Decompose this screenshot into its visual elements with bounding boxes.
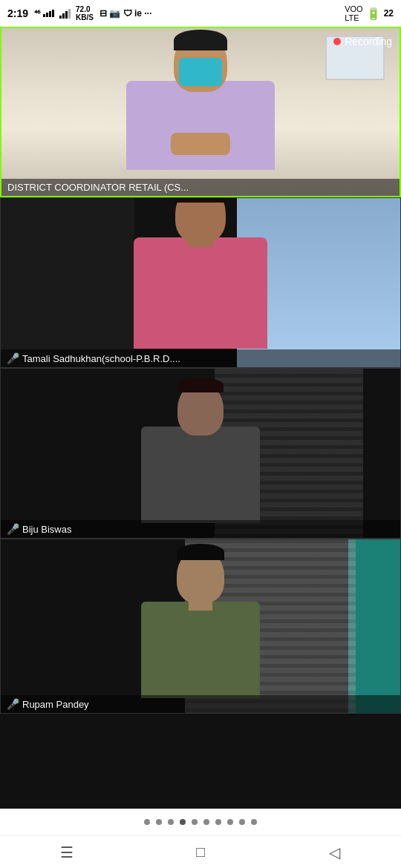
participant-label-4: Rupam Pandey [22, 699, 89, 710]
participant-name-1: DISTRICT COORDINATOR RETAIL (CS... [1, 179, 400, 196]
network-type: VOOLTE [345, 4, 362, 22]
dot-4[interactable] [180, 819, 186, 825]
video-tile-4[interactable]: 🎤 Rupam Pandey [0, 539, 401, 714]
hair-2 [175, 197, 226, 203]
home-button[interactable]: □ [186, 844, 215, 861]
recording-dot [333, 38, 341, 45]
body-2 [134, 237, 267, 349]
menu-button[interactable]: ☰ [52, 844, 82, 861]
dot-1[interactable] [144, 819, 150, 825]
body-4 [141, 602, 260, 698]
participant-label-3: Biju Biswas [22, 524, 71, 535]
hands-1 [171, 133, 230, 155]
mic-muted-icon-4: 🎤 [7, 698, 19, 710]
participant-name-2: 🎤 Tamali Sadhukhan(school-P.B.R.D.... [1, 349, 400, 367]
hair-3 [177, 378, 224, 392]
dot-9[interactable] [239, 819, 245, 825]
dot-6[interactable] [203, 819, 209, 825]
signal-bars [43, 10, 54, 17]
page-dots [0, 809, 401, 835]
participant-name-3: 🎤 Biju Biswas [1, 520, 400, 538]
bg-teal-4 [348, 539, 400, 713]
nav-bar: ☰ □ ◁ [0, 835, 401, 868]
video-container: Recording DISTRICT COORDINATOR RETAIL (C… [0, 27, 401, 809]
notification-icons: ⁴⁶ [34, 9, 40, 19]
dot-3[interactable] [168, 819, 174, 825]
mask-1 [179, 58, 222, 86]
dot-2[interactable] [156, 819, 162, 825]
body-3 [141, 427, 260, 523]
wifi-bars [59, 9, 71, 19]
video-tile-2[interactable]: 🎤 Tamali Sadhukhan(school-P.B.R.D.... [0, 197, 401, 368]
mic-muted-icon-3: 🎤 [7, 523, 19, 535]
dot-10[interactable] [251, 819, 257, 825]
dot-5[interactable] [192, 819, 198, 825]
dot-7[interactable] [215, 819, 221, 825]
bg-dark-2 [1, 198, 134, 367]
status-right: VOOLTE 🔋 22 [345, 4, 394, 22]
hair-1 [174, 30, 227, 50]
mic-muted-icon-2: 🎤 [7, 352, 19, 364]
recording-label: Recording [345, 36, 392, 47]
hair-4 [177, 544, 224, 560]
data-speed: 72.0 KB/S [76, 5, 94, 22]
status-bar: 2:19 ⁴⁶ 72.0 KB/S ⊟ 📷 🛡 ie ··· VOOLTE 🔋 … [0, 0, 401, 27]
time-display: 2:19 [7, 7, 28, 19]
battery-icon: 🔋 [366, 7, 381, 21]
participant-label-2: Tamali Sadhukhan(school-P.B.R.D.... [22, 353, 180, 364]
battery-level: 22 [384, 8, 394, 19]
head-2 [175, 197, 226, 243]
status-left: 2:19 ⁴⁶ 72.0 KB/S ⊟ 📷 🛡 ie ··· [7, 5, 151, 22]
participant-name-4: 🎤 Rupam Pandey [1, 695, 400, 713]
participant-label-1: DISTRICT COORDINATOR RETAIL (CS... [7, 182, 189, 193]
body-1 [126, 81, 275, 170]
dot-8[interactable] [227, 819, 233, 825]
video-tile-3[interactable]: 🎤 Biju Biswas [0, 368, 401, 539]
extra-icons: ⊟ 📷 🛡 ie ··· [100, 8, 151, 19]
recording-badge: Recording [333, 36, 392, 47]
video-tile-1[interactable]: Recording DISTRICT COORDINATOR RETAIL (C… [0, 27, 401, 197]
back-button[interactable]: ◁ [319, 844, 349, 861]
